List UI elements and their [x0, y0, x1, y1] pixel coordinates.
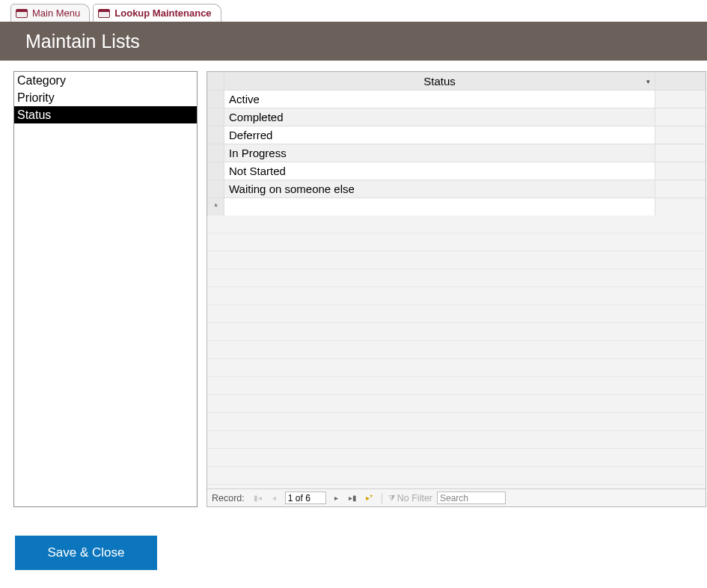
record-label: Record:	[212, 493, 245, 503]
main-area: Category Priority Status Status ▾	[0, 61, 707, 499]
cell-value[interactable]: Active	[224, 91, 655, 108]
datasheet-panel: Status ▾ Active Completed	[206, 71, 706, 507]
page-title: Maintain Lists	[25, 31, 140, 52]
column-header-label: Status	[423, 75, 456, 88]
record-navigator: Record: ▮◂ ◂ ▸ ▸▮ ▸* ⧩ No Filter	[207, 489, 706, 506]
new-row-marker[interactable]: *	[208, 198, 224, 216]
record-position-input[interactable]	[285, 491, 326, 504]
row-selector[interactable]	[208, 108, 224, 126]
tab-label: Main Menu	[32, 7, 80, 19]
separator	[382, 493, 382, 503]
filter-label: No Filter	[397, 493, 432, 503]
form-header: Maintain Lists	[0, 22, 707, 61]
form-icon	[98, 9, 110, 18]
cell-extra	[655, 126, 706, 144]
tab-lookup-maintenance[interactable]: Lookup Maintenance	[93, 4, 221, 22]
column-header-extra	[655, 73, 706, 91]
select-all-cell[interactable]	[208, 73, 224, 91]
save-close-button[interactable]: Save & Close	[15, 536, 157, 570]
list-item-priority[interactable]: Priority	[14, 89, 197, 106]
row-selector[interactable]	[208, 144, 224, 162]
search-input[interactable]	[437, 491, 506, 504]
cell-extra	[655, 144, 706, 162]
filter-indicator[interactable]: ⧩ No Filter	[388, 493, 432, 503]
funnel-icon: ⧩	[388, 493, 395, 503]
new-row-cell[interactable]	[224, 198, 655, 216]
tab-main-menu[interactable]: Main Menu	[10, 4, 90, 22]
row-selector[interactable]	[208, 126, 224, 144]
cell-extra	[655, 91, 706, 108]
row-selector[interactable]	[208, 162, 224, 180]
cell-value[interactable]: Completed	[224, 108, 655, 126]
cell-value[interactable]: Deferred	[224, 126, 655, 144]
datasheet-grid[interactable]: Status ▾ Active Completed	[207, 72, 706, 489]
nav-next-button[interactable]: ▸	[331, 492, 343, 504]
cell-extra	[655, 198, 706, 216]
row-selector[interactable]	[208, 91, 224, 108]
row-selector[interactable]	[208, 180, 224, 198]
nav-first-button[interactable]: ▮◂	[252, 492, 264, 504]
cell-value[interactable]: In Progress	[224, 144, 655, 162]
cell-extra	[655, 108, 706, 126]
nav-last-button[interactable]: ▸▮	[347, 492, 359, 504]
cell-extra	[655, 162, 706, 180]
empty-grid-area	[207, 215, 706, 489]
nav-prev-button[interactable]: ◂	[269, 492, 281, 504]
list-item-category[interactable]: Category	[14, 72, 197, 89]
chevron-down-icon[interactable]: ▾	[646, 78, 650, 85]
nav-new-record-button[interactable]: ▸*	[364, 492, 376, 504]
cell-value[interactable]: Waiting on someone else	[224, 180, 655, 198]
cell-extra	[655, 180, 706, 198]
form-icon	[16, 9, 28, 18]
category-list[interactable]: Category Priority Status	[13, 71, 198, 507]
tab-label: Lookup Maintenance	[114, 7, 211, 19]
list-item-status[interactable]: Status	[14, 106, 197, 123]
cell-value[interactable]: Not Started	[224, 162, 655, 180]
tab-bar: Main Menu Lookup Maintenance	[0, 0, 707, 22]
column-header-status[interactable]: Status ▾	[224, 73, 655, 91]
